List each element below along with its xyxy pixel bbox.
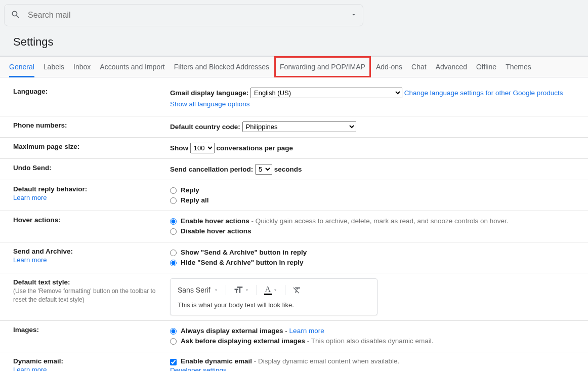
enable-dynamic-email-desc: - Display dynamic email content when ava… [252,357,399,365]
tab-forwarding-pop-imap[interactable]: Forwarding and POP/IMAP [274,56,371,77]
tab-themes[interactable]: Themes [506,57,531,77]
page-size-post: conversations per page [217,144,293,152]
toolbar-separator [226,285,226,295]
ask-before-images-radio[interactable] [170,338,177,345]
settings-tabs: General Labels Inbox Accounts and Import… [0,56,588,77]
tab-labels[interactable]: Labels [44,57,64,77]
text-style-sample: This is what your body text will look li… [177,300,371,311]
dynamic-email-label: Dynamic email: [13,357,63,365]
tab-addons[interactable]: Add-ons [376,57,402,77]
always-display-images-text: Always display external images [181,327,283,335]
enable-hover-radio[interactable] [170,218,177,225]
disable-hover-radio[interactable] [170,228,177,235]
max-page-size-label: Maximum page size: [13,143,79,150]
toolbar-separator [285,285,285,295]
font-family-button[interactable]: Sans Serif [178,286,219,294]
search-input[interactable] [21,11,351,20]
default-text-style-label: Default text style: [13,278,70,286]
country-code-select[interactable]: Philippines [242,121,356,132]
reply-learn-more-link[interactable]: Learn more [13,194,47,201]
enable-hover-desc: - Quickly gain access to archive, delete… [249,217,509,225]
font-family-value: Sans Serif [178,286,211,294]
send-archive-label: Send and Archive: [13,248,73,255]
reply-option-replyall: Reply all [181,195,209,205]
text-color-icon: A [264,285,272,295]
page-title: Settings [4,26,584,56]
display-language-select[interactable]: English (US) [250,88,402,98]
page-size-pre: Show [170,144,188,152]
change-language-link[interactable]: Change language settings for other Googl… [404,89,563,97]
page-size-select[interactable]: 100 [190,143,215,153]
hide-send-archive-radio[interactable] [170,260,177,266]
dynamic-learn-more-link[interactable]: Learn more [13,366,47,372]
images-learn-more-link[interactable]: Learn more [289,327,324,335]
enable-hover-text: Enable hover actions [181,217,249,225]
phone-numbers-label: Phone numbers: [13,121,67,129]
language-label: Language: [13,88,48,95]
text-color-button[interactable]: A [264,285,278,295]
archive-learn-more-link[interactable]: Learn more [13,256,47,264]
default-reply-label: Default reply behavior: [13,185,87,193]
search-icon [11,10,21,21]
undo-send-label: Undo Send: [13,164,52,172]
reply-option-reply: Reply [181,185,199,195]
remove-formatting-icon [292,285,302,295]
show-send-archive-text: Show "Send & Archive" button in reply [181,248,307,258]
ask-before-images-text: Ask before displaying external images [181,337,305,345]
remove-formatting-button[interactable] [292,285,302,295]
disable-hover-text: Disable hover actions [181,226,251,236]
chevron-down-icon [244,287,249,293]
font-size-button[interactable] [233,285,249,295]
reply-radio[interactable] [170,187,177,194]
undo-pre: Send cancellation period: [170,166,253,173]
undo-period-select[interactable]: 5 [255,164,272,175]
images-label: Images: [13,326,39,334]
chevron-down-icon [273,287,278,293]
chevron-down-icon [214,287,219,293]
tab-general[interactable]: General [9,57,34,77]
show-send-archive-radio[interactable] [170,250,177,256]
display-language-label: Gmail display language: [170,89,248,97]
tab-advanced[interactable]: Advanced [436,57,467,77]
undo-post: seconds [274,166,302,173]
tab-inbox[interactable]: Inbox [73,57,91,77]
tab-offline[interactable]: Offline [476,57,496,77]
enable-dynamic-email-checkbox[interactable] [170,359,177,365]
default-text-style-sub: (Use the 'Remove formatting' button on t… [13,287,170,304]
enable-dynamic-email-text: Enable dynamic email [181,357,252,365]
default-country-code-label: Default country code: [170,123,240,131]
tab-accounts-import[interactable]: Accounts and Import [100,57,164,77]
text-size-icon [233,285,243,295]
tab-chat[interactable]: Chat [411,57,427,77]
search-options-dropdown-icon[interactable] [351,12,357,19]
reply-all-radio[interactable] [170,197,177,204]
ask-before-images-desc: - This option also disables dynamic emai… [305,337,433,345]
hover-actions-label: Hover actions: [13,216,61,224]
always-display-images-radio[interactable] [170,328,177,335]
text-style-panel: Sans Serif A [170,278,377,315]
hide-send-archive-text: Hide "Send & Archive" button in reply [181,258,304,268]
show-all-languages-link[interactable]: Show all language options [170,100,250,108]
toolbar-separator [257,285,257,295]
tab-filters-blocked[interactable]: Filters and Blocked Addresses [174,57,269,77]
developer-settings-link[interactable]: Developer settings [170,366,227,372]
search-bar[interactable] [4,4,363,26]
